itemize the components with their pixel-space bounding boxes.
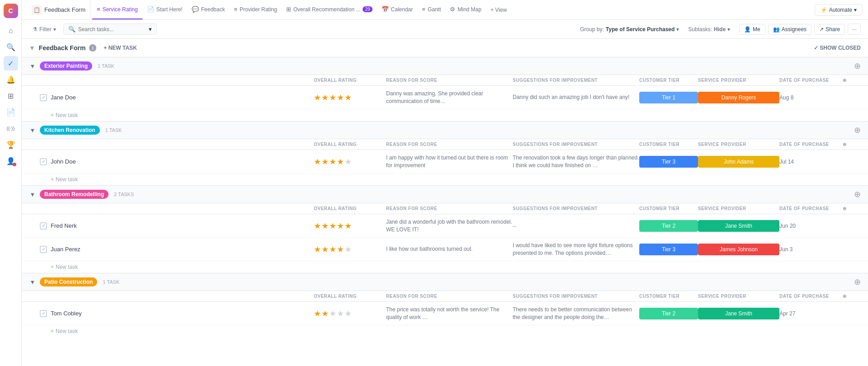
task-name-cell: ✓ Tom Cobley — [40, 310, 314, 317]
add-view-button[interactable]: + View — [486, 7, 511, 13]
group-by-control[interactable]: Group by: Type of Service Purchased ▾ — [580, 26, 679, 33]
group-add-kitchen-renovation[interactable]: ⊕ — [854, 125, 861, 135]
sidebar-item-tasks[interactable]: ✓ — [4, 56, 18, 70]
tab-mind-map[interactable]: ⚙ Mind Map — [445, 0, 486, 19]
tab-gantt[interactable]: ≡ Gantt — [417, 0, 445, 19]
new-task-button[interactable]: + NEW TASK — [100, 43, 140, 52]
reason-text: The price was totally not worth the serv… — [386, 306, 513, 321]
search-box[interactable]: 🔍 ▾ — [63, 23, 157, 35]
sidebar-item-goals[interactable]: 🏆 — [4, 137, 18, 152]
task-checkbox[interactable]: ✓ — [40, 246, 47, 253]
service-provider-badge: Danny Rogers — [698, 92, 779, 103]
star-2: ★ — [321, 93, 329, 103]
star-3: ★ — [329, 309, 336, 319]
tab-start-here[interactable]: 📄 Start Here! — [142, 0, 187, 19]
col-headers-bathroom-remodelling: OVERALL RATING REASON FOR SCORE SUGGESTI… — [22, 203, 868, 214]
col-date: DATE OF PURCHASE — [779, 142, 843, 147]
col-overall-rating: OVERALL RATING — [314, 294, 386, 299]
col-add[interactable]: ⊕ — [843, 206, 861, 211]
star-5: ★ — [344, 93, 352, 103]
share-button[interactable]: ↗ Share — [814, 24, 845, 35]
col-add[interactable]: ⊕ — [843, 78, 861, 83]
task-name: Fred Nerk — [51, 222, 77, 229]
task-name-cell: ✓ Juan Perez — [40, 246, 314, 253]
tab-calendar[interactable]: 📅 Calendar — [377, 0, 418, 19]
tab-provider-rating[interactable]: ≡ Provider Rating — [229, 0, 281, 19]
star-5: ★ — [344, 244, 352, 254]
sidebar-item-home[interactable]: ⌂ — [4, 23, 18, 38]
star-1: ★ — [314, 244, 321, 254]
automate-button[interactable]: ⚡ Automate ▾ — [815, 4, 863, 16]
group-add-patio-construction[interactable]: ⊕ — [854, 277, 861, 287]
customer-tier-badge: Tier 2 — [639, 308, 698, 319]
service-provider-badge: Jane Smith — [698, 308, 779, 319]
toolbar-actions: 👤 Me 👥 Assignees ↗ Share ··· — [739, 23, 861, 35]
col-add[interactable]: ⊕ — [843, 294, 861, 299]
subtasks-toggle[interactable]: Subtasks: Hide ▾ — [688, 26, 730, 33]
group-chevron-kitchen-renovation[interactable]: ▼ — [29, 127, 36, 134]
col-date: DATE OF PURCHASE — [779, 78, 843, 83]
sidebar-item-search[interactable]: 🔍 — [4, 40, 18, 54]
star-4: ★ — [337, 244, 344, 254]
sidebar-item-people[interactable]: 👤 — [4, 154, 18, 168]
star-4: ★ — [337, 221, 344, 231]
show-closed-button[interactable]: ✓ SHOW CLOSED — [814, 45, 861, 51]
task-checkbox[interactable]: ✓ — [40, 158, 47, 165]
tab-feedback[interactable]: 💬 Feedback — [187, 0, 230, 19]
overall-rec-badge: 29 — [363, 6, 372, 12]
sidebar-item-docs[interactable]: 📄 — [4, 105, 18, 119]
assignees-button[interactable]: 👥 Assignees — [768, 24, 811, 35]
add-task-row-bathroom-remodelling[interactable]: + New task — [22, 261, 868, 273]
filter-chevron: ▾ — [53, 26, 56, 33]
search-input[interactable] — [78, 26, 146, 33]
me-button[interactable]: 👤 Me — [739, 24, 765, 35]
stars: ★★★★★ — [314, 309, 386, 319]
service-provider-badge: James Johnson — [698, 244, 779, 255]
start-here-icon: 📄 — [147, 6, 154, 13]
group-chevron-patio-construction[interactable]: ▼ — [29, 278, 36, 286]
star-2: ★ — [321, 221, 329, 231]
sidebar-item-notifications[interactable]: 🔔 — [4, 72, 18, 87]
col-reason: REASON FOR SCORE — [386, 78, 513, 83]
group-add-exterior-painting[interactable]: ⊕ — [854, 61, 861, 71]
group-chevron-bathroom-remodelling[interactable]: ▼ — [29, 191, 36, 198]
add-task-row-kitchen-renovation[interactable]: + New task — [22, 174, 868, 185]
collapse-all-icon[interactable]: ▼ — [29, 44, 35, 52]
tab-overall-recommendation[interactable]: ⊞ Overall Recommendation ... 29 — [282, 0, 377, 19]
top-nav: 📋 Feedback Form ≡ Service Rating 📄 Start… — [22, 0, 868, 20]
task-row[interactable]: ✓ Tom Cobley ★★★★★ The price was totally… — [22, 302, 868, 325]
col-date: DATE OF PURCHASE — [779, 206, 843, 211]
task-row[interactable]: ✓ Juan Perez ★★★★★ I like how our bathro… — [22, 238, 868, 261]
info-icon: i — [89, 44, 96, 52]
star-1: ★ — [314, 93, 321, 103]
group-chevron-exterior-painting[interactable]: ▼ — [29, 62, 36, 70]
reason-text: Jane did a wonderful job with the bathro… — [386, 218, 513, 234]
sidebar-item-apps[interactable]: ⊞ — [4, 89, 18, 103]
add-task-row-exterior-painting[interactable]: + New task — [22, 109, 868, 121]
star-3: ★ — [329, 157, 336, 167]
task-row[interactable]: ✓ John Doe ★★★★★ I am happy with how it … — [22, 150, 868, 174]
task-row[interactable]: ✓ Fred Nerk ★★★★★ Jane did a wonderful j… — [22, 214, 868, 238]
group-add-bathroom-remodelling[interactable]: ⊕ — [854, 189, 861, 199]
add-task-row-patio-construction[interactable]: + New task — [22, 325, 868, 337]
task-checkbox[interactable]: ✓ — [40, 94, 47, 101]
service-rating-icon: ≡ — [97, 6, 100, 13]
tab-service-rating[interactable]: ≡ Service Rating — [92, 0, 142, 19]
app-logo[interactable]: C — [4, 4, 18, 18]
suggestion-text: Danny did such an amazing job I don't ha… — [513, 94, 639, 101]
date-of-purchase: Jul 14 — [779, 159, 843, 165]
app-title: 📋 Feedback Form — [27, 0, 90, 19]
col-suggestions: SUGGESTIONS FOR IMPROVEMENT — [513, 142, 639, 147]
filter-button[interactable]: ⚗ Filter ▾ — [29, 24, 60, 34]
sidebar-item-pulse[interactable]: ((·)) — [4, 121, 18, 136]
star-4: ★ — [337, 93, 344, 103]
task-row[interactable]: ✓ Jane Doe ★★★★★ Danny was amazing. She … — [22, 86, 868, 109]
more-options-button[interactable]: ··· — [848, 23, 861, 35]
col-add[interactable]: ⊕ — [843, 142, 861, 147]
me-icon: 👤 — [744, 26, 751, 33]
task-name-cell: ✓ John Doe — [40, 158, 314, 165]
suggestion-text: The renovation took a few days longer th… — [513, 154, 639, 169]
stars: ★★★★★ — [314, 93, 386, 103]
task-checkbox[interactable]: ✓ — [40, 222, 47, 230]
task-checkbox[interactable]: ✓ — [40, 310, 47, 317]
